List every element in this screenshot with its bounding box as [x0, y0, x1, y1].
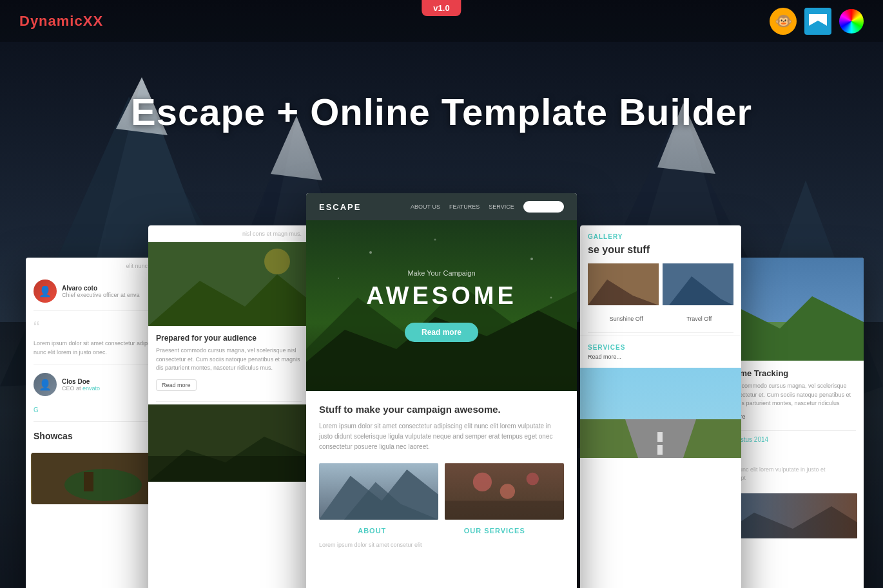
person1-role: Chief executive officer at enva: [62, 292, 139, 298]
gallery-grid: [580, 263, 741, 313]
hero-read-more-button[interactable]: Read more: [405, 323, 478, 342]
person1-name: Alvaro coto: [62, 285, 139, 292]
main-heading-section: Escape + Online Template Builder: [0, 90, 883, 133]
section-links: ABOUT OUR SERVICES: [319, 520, 564, 538]
nav-features[interactable]: FEATURES: [449, 204, 480, 210]
services-link[interactable]: OUR SERVICES: [464, 527, 525, 535]
template-nav: ABOUT US FEATURES SERVICE BUY NOW: [411, 201, 564, 213]
person2-avatar: 👤: [34, 373, 57, 396]
color-wheel-icon[interactable]: [839, 9, 864, 33]
about-link[interactable]: ABOUT: [358, 527, 386, 535]
template-body: Stuff to make your campaign awesome. Lor…: [306, 391, 577, 561]
read-more-button-left[interactable]: Read more: [156, 379, 197, 391]
svg-point-35: [500, 484, 515, 498]
nav-about[interactable]: ABOUT US: [411, 204, 440, 210]
svg-rect-37: [445, 501, 564, 520]
svg-point-36: [527, 473, 539, 485]
page-title: Escape + Online Template Builder: [0, 90, 883, 133]
gallery-captions: Sunshine Off Travel Off: [580, 313, 741, 330]
logo-suffix: XX: [83, 13, 103, 29]
gallery-item-1: [588, 263, 659, 305]
gallery-label: GALLERY: [580, 225, 741, 244]
person1-avatar: 👤: [34, 280, 57, 303]
mailchimp-icon[interactable]: 🐵: [770, 8, 797, 35]
svg-point-28: [338, 278, 339, 279]
svg-rect-46: [657, 445, 663, 455]
services-label: SERVICES: [588, 344, 733, 351]
brand-logo: DynamicXX: [19, 13, 103, 30]
template-header: ESCAPE ABOUT US FEATURES SERVICE BUY NOW: [306, 193, 577, 220]
top-icons-group: 🐵: [770, 8, 864, 35]
blog-text: Praesent commodo cursus magna, vel scele…: [156, 346, 302, 373]
person2-info: Clos Doe CEO at envato: [62, 378, 100, 392]
blog-divider: [156, 401, 302, 402]
sub-text: Lorem ipsum dolor sit amet consetur elit: [319, 538, 564, 548]
image-mountains: [319, 462, 438, 520]
svg-point-14: [64, 469, 142, 501]
road-image: [580, 368, 741, 458]
person1-info: Alvaro coto Chief executive officer at e…: [62, 285, 139, 298]
hero-title: AWESOME: [366, 282, 516, 310]
svg-rect-45: [657, 432, 663, 442]
svg-point-29: [550, 297, 552, 299]
hero-subtitle: Make Your Campaign: [407, 269, 475, 277]
svg-point-26: [434, 239, 436, 241]
svg-point-18: [264, 249, 290, 274]
buy-now-button[interactable]: BUY NOW: [523, 201, 564, 213]
section-text: Lorem ipsum dolor sit amet consectetur a…: [319, 421, 564, 452]
blog-title: Prepared for your audience: [156, 334, 302, 343]
image-flowers: [445, 462, 564, 520]
blog-second-image: [148, 404, 309, 482]
gallery-title: se your stuff: [580, 244, 741, 263]
campaign-monitor-icon[interactable]: [804, 8, 831, 35]
gallery-divider: [588, 332, 733, 333]
nav-service[interactable]: SERVICE: [489, 204, 514, 210]
main-template-card: ESCAPE ABOUT US FEATURES SERVICE BUY NOW: [306, 193, 577, 588]
content-images: [319, 462, 564, 520]
logo-prefix: Dynamic: [19, 13, 83, 29]
svg-marker-12: [809, 14, 827, 26]
svg-point-34: [473, 473, 492, 491]
gallery-caption-2: Travel Off: [686, 316, 712, 322]
blog-top-text: nisl cons et magn mus.: [148, 225, 309, 242]
template-hero: Make Your Campaign AWESOME Read more: [306, 220, 577, 391]
section-heading: Stuff to make your campaign awesome.: [319, 404, 564, 415]
version-badge: v1.0: [422, 0, 461, 16]
services-section: SERVICES Read more...: [580, 336, 741, 368]
previews-container: elit nunc elit lorem 👤 Alvaro coto Chief…: [0, 193, 883, 588]
gallery-item-2: [663, 263, 733, 305]
person2-role: CEO at envato: [62, 385, 100, 392]
template-logo: ESCAPE: [319, 202, 361, 212]
blog-content: Prepared for your audience Praesent comm…: [148, 326, 309, 399]
gallery-card: GALLERY se your stuff Sunshine Off Trave…: [580, 225, 741, 588]
gallery-caption-1: Sunshine Off: [610, 316, 643, 322]
svg-rect-15: [84, 472, 93, 491]
top-navigation: DynamicXX v1.0 🐵: [0, 0, 883, 42]
services-read-more[interactable]: Read more...: [588, 354, 733, 360]
svg-point-25: [369, 251, 372, 254]
blog-main-image: [148, 242, 309, 326]
svg-rect-21: [148, 456, 309, 482]
blog-card: nisl cons et magn mus. Prepared for your…: [148, 225, 309, 588]
person2-name: Clos Doe: [62, 378, 100, 385]
svg-point-27: [530, 258, 533, 260]
